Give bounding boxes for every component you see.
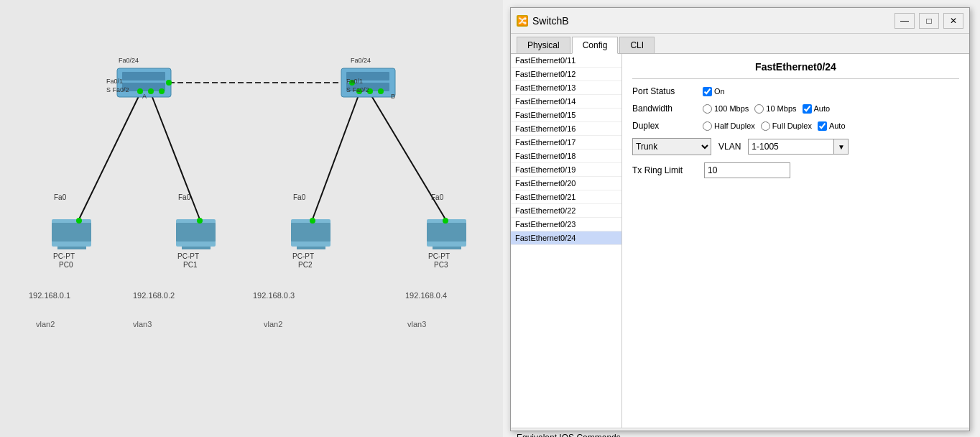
port-status-checkbox-label[interactable]: On <box>703 87 725 96</box>
port-item[interactable]: FastEthernet0/24 <box>511 231 621 245</box>
svg-rect-30 <box>176 223 216 242</box>
port-item[interactable]: FastEthernet0/18 <box>511 150 621 163</box>
bandwidth-100-text: 100 Mbps <box>714 104 749 113</box>
svg-text:Fa0: Fa0 <box>293 193 306 201</box>
svg-text:192.168.0.1: 192.168.0.1 <box>29 291 70 300</box>
port-list-scroll[interactable]: FastEthernet0/11FastEthernet0/12FastEthe… <box>511 54 621 428</box>
duplex-half-label[interactable]: Half Duplex <box>703 121 755 131</box>
duplex-half-text: Half Duplex <box>714 121 755 130</box>
svg-text:192.168.0.2: 192.168.0.2 <box>133 291 175 300</box>
trunk-mode-select[interactable]: Access Trunk <box>632 138 711 155</box>
network-canvas: PC-PT PC0 Fa0 PC-PT PC1 Fa0 PC-PT PC2 Fa… <box>0 0 503 437</box>
topology-svg: PC-PT PC0 Fa0 PC-PT PC1 Fa0 PC-PT PC2 Fa… <box>0 0 503 437</box>
duplex-full-label[interactable]: Full Duplex <box>761 121 812 131</box>
svg-rect-24 <box>57 247 86 249</box>
tx-ring-input[interactable] <box>704 162 790 178</box>
svg-text:Fa0: Fa0 <box>54 193 67 201</box>
svg-text:S Fa0/2: S Fa0/2 <box>106 86 129 93</box>
port-item[interactable]: FastEthernet0/17 <box>511 136 621 150</box>
port-item[interactable]: FastEthernet0/21 <box>511 190 621 204</box>
port-item[interactable]: FastEthernet0/12 <box>511 68 621 81</box>
window-icon: 🔀 <box>517 15 528 27</box>
tab-cli[interactable]: CLI <box>619 37 655 53</box>
svg-text:B: B <box>391 93 395 100</box>
svg-rect-44 <box>427 223 466 242</box>
svg-point-11 <box>148 88 154 94</box>
port-item[interactable]: FastEthernet0/23 <box>511 218 621 231</box>
main-content: FastEthernet0/11FastEthernet0/12FastEthe… <box>511 54 969 428</box>
port-item[interactable]: FastEthernet0/15 <box>511 109 621 122</box>
bandwidth-10-text: 10 Mbps <box>766 104 796 113</box>
svg-point-12 <box>159 88 165 94</box>
port-status-label: Port Status <box>632 86 697 96</box>
svg-rect-38 <box>297 247 325 249</box>
svg-text:vlan3: vlan3 <box>407 320 426 328</box>
duplex-auto-label[interactable]: Auto <box>818 121 846 131</box>
vlan-input[interactable] <box>748 139 834 155</box>
svg-rect-45 <box>433 247 461 249</box>
tx-ring-row: Tx Ring Limit <box>632 162 959 178</box>
svg-text:192.168.0.3: 192.168.0.3 <box>253 291 295 300</box>
bandwidth-100-label[interactable]: 100 Mbps <box>703 104 749 114</box>
svg-text:PC-PT: PC-PT <box>428 252 450 260</box>
tab-config[interactable]: Config <box>572 37 619 54</box>
port-item[interactable]: FastEthernet0/14 <box>511 95 621 109</box>
switch-window: 🔀 SwitchB — □ ✕ Physical Config CLI Fast… <box>510 7 970 431</box>
port-item[interactable]: FastEthernet0/19 <box>511 163 621 177</box>
svg-point-39 <box>310 218 315 224</box>
duplex-half-radio[interactable] <box>703 121 712 131</box>
port-item[interactable]: FastEthernet0/22 <box>511 204 621 218</box>
tx-ring-label: Tx Ring Limit <box>632 165 697 175</box>
svg-rect-37 <box>291 223 330 242</box>
svg-point-46 <box>443 218 448 224</box>
bandwidth-auto-label[interactable]: Auto <box>803 104 831 114</box>
svg-text:PC2: PC2 <box>298 261 313 269</box>
svg-text:PC-PT: PC-PT <box>292 252 314 260</box>
duplex-auto-checkbox[interactable] <box>818 121 827 131</box>
svg-text:A: A <box>142 93 147 100</box>
bandwidth-options: 100 Mbps 10 Mbps Auto <box>703 104 830 114</box>
svg-text:S Fa0/2: S Fa0/2 <box>346 86 369 93</box>
svg-point-13 <box>166 80 172 86</box>
svg-text:PC-PT: PC-PT <box>53 252 75 260</box>
port-config-title: FastEthernet0/24 <box>632 61 959 79</box>
port-status-checkbox[interactable] <box>703 87 712 96</box>
svg-text:Fa0/1: Fa0/1 <box>106 78 123 85</box>
port-status-value: On <box>714 87 725 96</box>
svg-point-20 <box>378 88 384 94</box>
svg-point-32 <box>197 218 203 224</box>
trunk-vlan-row: Access Trunk VLAN ▼ <box>632 138 959 155</box>
vlan-dropdown-arrow-icon[interactable]: ▼ <box>834 139 849 155</box>
svg-text:PC0: PC0 <box>59 261 73 269</box>
port-item[interactable]: FastEthernet0/16 <box>511 122 621 136</box>
duplex-full-text: Full Duplex <box>772 121 812 130</box>
minimize-button[interactable]: — <box>895 13 915 29</box>
port-list-panel: FastEthernet0/11FastEthernet0/12FastEthe… <box>511 54 622 428</box>
close-button[interactable]: ✕ <box>943 13 963 29</box>
port-item[interactable]: FastEthernet0/20 <box>511 177 621 190</box>
bandwidth-10-label[interactable]: 10 Mbps <box>754 104 796 114</box>
maximize-button[interactable]: □ <box>919 13 939 29</box>
svg-text:PC1: PC1 <box>183 261 198 269</box>
eos-label: Equivalent IOS Commands <box>517 433 963 437</box>
port-config-panel: FastEthernet0/24 Port Status On Bandwidt… <box>622 54 969 428</box>
svg-text:192.168.0.4: 192.168.0.4 <box>405 291 447 300</box>
svg-point-25 <box>76 218 82 224</box>
tab-physical[interactable]: Physical <box>517 37 570 53</box>
port-item[interactable]: FastEthernet0/13 <box>511 81 621 95</box>
port-item[interactable]: FastEthernet0/11 <box>511 54 621 68</box>
duplex-full-radio[interactable] <box>761 121 770 131</box>
duplex-label: Duplex <box>632 121 697 131</box>
svg-rect-31 <box>182 247 211 249</box>
duplex-auto-text: Auto <box>829 121 846 130</box>
tab-bar: Physical Config CLI <box>511 34 969 54</box>
bandwidth-auto-checkbox[interactable] <box>803 104 812 114</box>
svg-text:Fa0/24: Fa0/24 <box>119 57 139 64</box>
bandwidth-10-radio[interactable] <box>754 104 764 114</box>
bandwidth-100-radio[interactable] <box>703 104 712 114</box>
svg-rect-8 <box>122 72 165 80</box>
bandwidth-row: Bandwidth 100 Mbps 10 Mbps Auto <box>632 104 959 114</box>
svg-text:vlan2: vlan2 <box>264 320 282 328</box>
svg-rect-23 <box>52 223 91 242</box>
svg-text:vlan3: vlan3 <box>133 320 152 328</box>
